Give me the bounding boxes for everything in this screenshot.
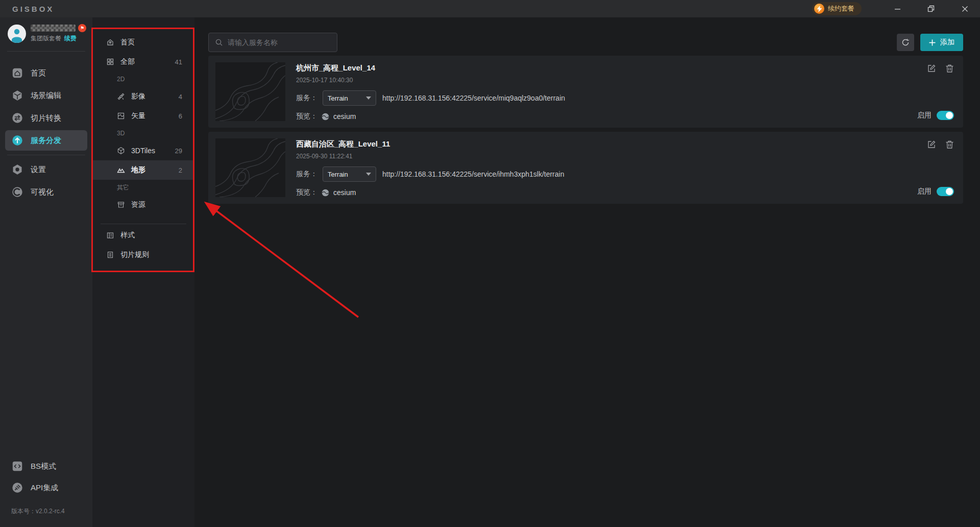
vector-icon: [117, 112, 125, 120]
satellite-icon: [117, 92, 125, 101]
enable-label: 启用: [917, 187, 932, 196]
api-plug-icon: [11, 482, 23, 494]
service-type-value: Terrain: [328, 171, 348, 178]
edit-icon[interactable]: [927, 64, 936, 73]
sidebar-item-service-publish[interactable]: 服务分发: [5, 130, 87, 151]
app-logo: GISBOX: [12, 5, 54, 13]
preview-label: 预览：: [296, 188, 317, 197]
sidebar-item-label: 服务分发: [31, 136, 61, 146]
minimize-button[interactable]: [885, 0, 910, 17]
scene-edit-icon: [11, 89, 23, 102]
category-item-all[interactable]: 全部 41: [92, 52, 194, 71]
terrain-icon: [117, 166, 125, 174]
service-url: http://192.168.31.156:42225/service/ihmh…: [382, 170, 564, 178]
category-item-slice-rules[interactable]: 切片规则: [92, 245, 194, 265]
category-item-3dtiles[interactable]: 3DTiles 29: [92, 141, 194, 160]
category-item-terrain[interactable]: 地形 2: [92, 160, 194, 180]
sidebar-item-label: 设置: [31, 165, 46, 175]
service-url: http://192.168.31.156:42225/service/miq9…: [382, 94, 565, 102]
category-item-label: 地形: [131, 165, 145, 175]
home-outline-icon: [106, 38, 114, 46]
preview-row: 预览： cesium: [296, 112, 565, 121]
delete-icon[interactable]: [945, 140, 954, 149]
service-type-value: Terrain: [328, 94, 348, 102]
delete-icon[interactable]: [945, 64, 954, 73]
category-item-label: 影像: [131, 92, 145, 101]
category-count: 41: [175, 58, 182, 66]
category-item-vector[interactable]: 矢量 6: [92, 106, 194, 126]
category-item-label: 矢量: [131, 111, 145, 121]
style-icon: [106, 231, 114, 239]
sidebar-bottom: BS模式 API集成 版本号：v2.0.2-rc.4: [0, 455, 92, 527]
category-item-imagery[interactable]: 影像 4: [92, 87, 194, 106]
card-actions: 启用: [917, 138, 956, 197]
slice-rule-icon: [106, 251, 114, 259]
service-card: 杭州市_高程_Level_14 2025-10-17 10:40:30 服务： …: [208, 56, 963, 128]
category-panel: 首页 全部 41 2D 影像 4: [92, 17, 194, 527]
service-row: 服务： Terrain http://192.168.31.156:42225/…: [296, 166, 564, 182]
preview-engine-link[interactable]: cesium: [333, 112, 356, 121]
visualization-icon: [11, 186, 23, 198]
sidebar-item-tile-convert[interactable]: 切片转换: [5, 108, 87, 128]
sidebar-item-label: 可视化: [31, 187, 54, 197]
enable-toggle[interactable]: [937, 111, 954, 120]
preview-label: 预览：: [296, 112, 317, 121]
sidebar-item-scene-edit[interactable]: 场景编辑: [5, 85, 87, 106]
sidebar-item-settings[interactable]: 设置: [5, 159, 87, 180]
service-thumbnail: [215, 138, 285, 197]
main-content: 添加 杭州市_高程_Level_14: [194, 17, 980, 527]
grid-icon: [106, 58, 114, 66]
avatar: [8, 25, 26, 43]
service-info: 杭州市_高程_Level_14 2025-10-17 10:40:30 服务： …: [296, 62, 565, 121]
category-count: 29: [175, 147, 182, 155]
sidebar-item-home[interactable]: 首页: [5, 63, 87, 83]
renew-plan-button[interactable]: 续约套餐: [812, 2, 862, 15]
sidebar-item-label: 首页: [31, 68, 46, 78]
service-thumbnail: [215, 62, 285, 121]
enable-toggle[interactable]: [937, 187, 954, 196]
search-icon: [215, 38, 223, 46]
sidebar-item-label: API集成: [31, 483, 58, 493]
plus-icon: [929, 39, 936, 46]
search-input[interactable]: [228, 38, 331, 46]
category-item-style[interactable]: 样式: [92, 226, 194, 245]
sidebar-item-label: BS模式: [31, 462, 56, 471]
add-service-button[interactable]: 添加: [920, 34, 963, 51]
close-button[interactable]: [952, 0, 977, 17]
sidebar-item-visualization[interactable]: 可视化: [5, 182, 87, 202]
category-section-2d: 2D: [92, 71, 194, 87]
category-item-label: 3DTiles: [131, 147, 155, 155]
profile-text: ⚑ 集团版套餐 续费: [31, 24, 86, 43]
category-item-label: 切片规则: [120, 250, 149, 259]
category-item-label: 全部: [120, 57, 135, 66]
service-publish-icon: [11, 134, 23, 147]
search-box: [208, 33, 337, 52]
user-profile[interactable]: ⚑ 集团版套餐 续费: [0, 17, 92, 48]
service-label: 服务：: [296, 93, 317, 103]
app-body: ⚑ 集团版套餐 续费 首页: [0, 17, 980, 527]
settings-icon: [11, 163, 23, 176]
sidebar-item-api[interactable]: API集成: [5, 477, 87, 498]
username-redacted: [31, 25, 76, 32]
preview-row: 预览： cesium: [296, 188, 564, 197]
renew-link[interactable]: 续费: [64, 34, 77, 43]
restore-button[interactable]: [919, 0, 943, 17]
service-row: 服务： Terrain http://192.168.31.156:42225/…: [296, 90, 565, 106]
home-icon: [11, 67, 23, 79]
sidebar-item-bs-mode[interactable]: BS模式: [5, 456, 87, 476]
renew-plan-label: 续约套餐: [828, 4, 854, 13]
service-type-select[interactable]: Terrain: [323, 166, 376, 182]
edit-icon[interactable]: [927, 140, 936, 149]
code-icon: [11, 460, 23, 472]
category-item-home[interactable]: 首页: [92, 33, 194, 52]
add-service-label: 添加: [940, 38, 954, 47]
plan-label: 集团版套餐: [31, 34, 61, 43]
cube-icon: [117, 147, 125, 155]
left-sidebar: ⚑ 集团版套餐 续费 首页: [0, 17, 92, 527]
tile-convert-icon: [11, 112, 23, 124]
card-actions: 启用: [917, 62, 956, 121]
service-type-select[interactable]: Terrain: [323, 90, 376, 106]
category-item-resource[interactable]: 资源: [92, 195, 194, 214]
refresh-button[interactable]: [897, 34, 914, 51]
preview-engine-link[interactable]: cesium: [333, 188, 356, 197]
